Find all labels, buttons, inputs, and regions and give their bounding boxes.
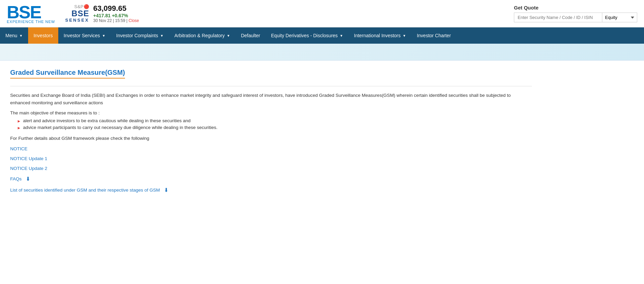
menu-caret-icon: ▼ (19, 34, 23, 38)
nav-investors[interactable]: Investors (28, 27, 58, 44)
sensex-label: SENSEX (65, 18, 89, 23)
gsm-list-row: List of securities identified under GSM … (10, 187, 532, 193)
get-quote-input-row: Equity Derivatives Currency Commodity (514, 13, 637, 22)
investor-services-caret-icon: ▼ (102, 34, 105, 38)
nav-investor-complaints[interactable]: Investor Complaints ▼ (111, 27, 169, 44)
further-text: For Further details about GSM framework … (10, 136, 532, 141)
logo-tagline: EXPERIENCE THE NEW (7, 20, 55, 24)
notice-update-2-link[interactable]: NOTICE Update 2 (10, 166, 532, 171)
bse-label: BSE (71, 9, 89, 18)
nav-investor-services[interactable]: Investor Services ▼ (58, 27, 111, 44)
sp-label: S&P🔴 (74, 4, 89, 9)
logo-bse-text: BSE (7, 3, 55, 21)
bullet-list: ► alert and advice investors to be extra… (10, 118, 532, 130)
sensex-time: 30 Nov 22 | 15:59 | Close (93, 18, 139, 23)
equity-derivatives-caret-icon: ▼ (340, 34, 343, 38)
bullet-arrow-icon: ► (17, 126, 21, 130)
get-quote-area: Get Quote Equity Derivatives Currency Co… (514, 5, 637, 22)
nav-international-investors[interactable]: International Investors ▼ (349, 27, 412, 44)
sensex-value: 63,099.65 (93, 4, 139, 13)
investor-complaints-caret-icon: ▼ (160, 34, 164, 38)
faqs-link[interactable]: FAQs (10, 176, 22, 181)
intro-text: Securities and Exchange Board of India (… (10, 92, 532, 106)
faqs-row: FAQs ⬇ (10, 176, 532, 182)
gsm-list-download-icon[interactable]: ⬇ (164, 187, 168, 193)
equity-select[interactable]: Equity Derivatives Currency Commodity (602, 13, 637, 22)
notice-link[interactable]: NOTICE (10, 146, 532, 151)
nav-menu[interactable]: Menu ▼ (0, 27, 28, 44)
gsm-list-link[interactable]: List of securities identified under GSM … (10, 188, 160, 193)
faqs-download-icon[interactable]: ⬇ (26, 176, 30, 182)
sensex-values: 63,099.65 +417.81 +0.67% 30 Nov 22 | 15:… (93, 4, 139, 23)
divider (10, 86, 532, 86)
sensex-area: S&P🔴 BSE SENSEX 63,099.65 +417.81 +0.67%… (65, 4, 139, 23)
list-item: ► advice market participants to carry ou… (17, 125, 532, 130)
sp-bse-logo: S&P🔴 BSE SENSEX (65, 4, 89, 23)
page-title: Graded Surveillance Measure(GSM) (10, 69, 125, 79)
international-investors-caret-icon: ▼ (403, 34, 406, 38)
main-content: Graded Surveillance Measure(GSM) Securit… (0, 61, 542, 201)
nav-defaulter[interactable]: Defaulter (235, 27, 266, 44)
list-item: ► alert and advice investors to be extra… (17, 118, 532, 124)
nav-equity-derivatives[interactable]: Equity Derivatives - Disclosures ▼ (266, 27, 349, 44)
header: BSE EXPERIENCE THE NEW S&P🔴 BSE SENSEX 6… (0, 0, 644, 27)
objective-heading: The main objective of these measures is … (10, 110, 532, 115)
arbitration-caret-icon: ▼ (227, 34, 230, 38)
bse-logo: BSE EXPERIENCE THE NEW (7, 3, 55, 24)
get-quote-title: Get Quote (514, 5, 637, 10)
notice-update-1-link[interactable]: NOTICE Update 1 (10, 156, 532, 161)
banner (0, 44, 644, 61)
nav-investor-charter[interactable]: Investor Charter (411, 27, 456, 44)
nav-arbitration[interactable]: Arbitration & Regulatory ▼ (169, 27, 236, 44)
sensex-change: +417.81 +0.67% (93, 13, 139, 18)
bullet-arrow-icon: ► (17, 119, 21, 124)
close-link[interactable]: Close (129, 18, 139, 23)
search-input[interactable] (514, 13, 602, 22)
main-navbar: Menu ▼ Investors Investor Services ▼ Inv… (0, 27, 644, 44)
